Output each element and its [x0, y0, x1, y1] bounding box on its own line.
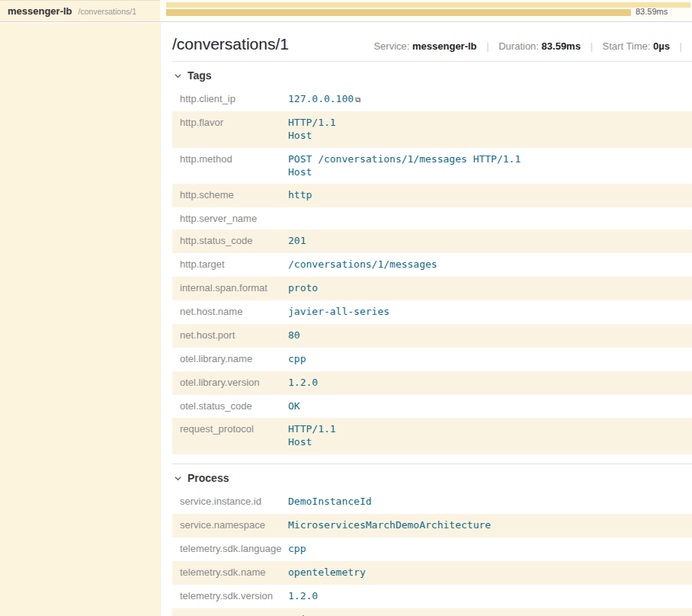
span-detail-panel: /conversations/1 Service: messenger-lb |…: [160, 23, 692, 616]
process-table: service.instance.id DemoInstanceId servi…: [172, 490, 692, 616]
tag-key: internal.span.format: [180, 282, 288, 295]
tag-key: http.method: [180, 153, 288, 179]
table-row: webengine.name Nginx: [172, 608, 692, 616]
process-value: DemoInstanceId: [288, 496, 372, 509]
process-value: MicroservicesMarchDemoArchitecture: [288, 519, 491, 532]
tag-key: otel.status_code: [180, 400, 288, 413]
duration-value: 83.59ms: [542, 40, 581, 52]
tag-key: request_protocol: [180, 423, 288, 449]
process-section: Process service.instance.id DemoInstance…: [172, 464, 692, 616]
timeline-minimap-bar: [166, 2, 690, 8]
process-section-label: Process: [187, 472, 229, 484]
table-row: telemetry.sdk.version 1.2.0: [172, 585, 692, 608]
tag-value: cpp: [288, 353, 306, 366]
chevron-down-icon: [174, 474, 182, 483]
table-row: otel.library.version 1.2.0: [172, 371, 692, 395]
start-time-label: Start Time:: [603, 40, 651, 52]
process-value: cpp: [288, 543, 306, 556]
service-label: Service:: [373, 40, 409, 52]
tag-value: POST /conversations/1/messages HTTP/1.1 …: [288, 153, 521, 179]
table-row: http.client_ip 127.0.0.100⧉: [172, 88, 692, 111]
table-row: request_protocol HTTP/1.1 Host: [172, 418, 692, 454]
span-duration-bar: [166, 9, 631, 16]
span-list-panel: [0, 23, 160, 616]
meta-separator: |: [486, 40, 489, 52]
table-row: http.target /conversations/1/messages: [172, 253, 692, 277]
tag-key: http.flavor: [180, 117, 288, 143]
start-time-value: 0µs: [653, 40, 670, 52]
tag-value: 1.2.0: [288, 377, 318, 390]
tags-section-toggle[interactable]: Tags: [172, 62, 692, 88]
page-title: /conversations/1: [172, 35, 289, 53]
tag-value: 80: [288, 329, 300, 342]
process-key: telemetry.sdk.version: [180, 590, 288, 603]
tag-key: http.scheme: [180, 189, 288, 202]
meta-separator: |: [591, 40, 593, 52]
duration-label: Duration:: [498, 40, 539, 52]
operation-name: /conversations/1: [78, 7, 136, 16]
process-key: telemetry.sdk.language: [180, 543, 288, 556]
chevron-down-icon: [174, 72, 182, 80]
tag-value: /conversations/1/messages: [288, 258, 437, 271]
process-value: 1.2.0: [288, 590, 318, 603]
tag-key: http.target: [180, 258, 288, 271]
table-row: internal.span.format proto: [172, 277, 692, 300]
table-row: telemetry.sdk.name opentelemetry: [172, 561, 692, 585]
copy-icon[interactable]: ⧉: [355, 95, 360, 104]
service-name: messenger-lb: [8, 5, 72, 17]
detail-header: /conversations/1 Service: messenger-lb |…: [172, 23, 692, 62]
table-row: http.flavor HTTP/1.1 Host: [172, 111, 692, 148]
tag-key: otel.library.version: [180, 377, 288, 390]
tag-key: http.client_ip: [180, 93, 288, 106]
tag-key: otel.library.name: [180, 353, 288, 366]
table-row: http.status_code 201: [172, 229, 692, 253]
table-row: otel.status_code OK: [172, 395, 692, 419]
tag-value: HTTP/1.1 Host: [288, 117, 336, 143]
process-key: service.namespace: [180, 519, 288, 532]
tag-value: 127.0.0.100⧉: [288, 93, 360, 106]
table-row: http.scheme http: [172, 184, 692, 207]
tag-value-text: 127.0.0.100: [288, 93, 354, 104]
process-section-toggle[interactable]: Process: [172, 464, 692, 490]
table-row: service.namespace MicroservicesMarchDemo…: [172, 514, 692, 537]
tag-value: javier-all-series: [288, 306, 389, 319]
tags-table: http.client_ip 127.0.0.100⧉ http.flavor …: [172, 88, 692, 454]
tag-key: http.server_name: [180, 213, 288, 224]
span-duration-label: 83.59ms: [636, 7, 668, 16]
span-row[interactable]: messenger-lb /conversations/1 83.59ms: [0, 0, 692, 22]
table-row: http.method POST /conversations/1/messag…: [172, 148, 692, 184]
table-row: service.instance.id DemoInstanceId: [172, 490, 692, 514]
process-key: service.instance.id: [180, 496, 288, 509]
tag-value: http: [288, 189, 312, 202]
table-row: net.host.name javier-all-series: [172, 300, 692, 324]
tag-key: net.host.name: [180, 306, 288, 319]
span-timeline[interactable]: 83.59ms: [160, 0, 692, 21]
tag-value: 201: [288, 235, 306, 248]
tags-section-label: Tags: [187, 69, 212, 82]
tag-value: proto: [288, 282, 318, 295]
table-row: http.server_name: [172, 207, 692, 229]
detail-meta: Service: messenger-lb | Duration: 83.59m…: [373, 40, 689, 52]
tag-key: http.status_code: [180, 235, 288, 248]
tag-value: HTTP/1.1 Host: [288, 423, 336, 449]
table-row: net.host.port 80: [172, 324, 692, 348]
table-row: telemetry.sdk.language cpp: [172, 537, 692, 561]
service-value: messenger-lb: [412, 40, 477, 52]
table-row: otel.library.name cpp: [172, 348, 692, 371]
tag-value: OK: [288, 400, 300, 413]
span-name-column[interactable]: messenger-lb /conversations/1: [0, 0, 160, 21]
process-key: telemetry.sdk.name: [180, 566, 288, 579]
meta-separator: |: [680, 40, 682, 52]
process-value: opentelemetry: [288, 566, 366, 579]
tag-key: net.host.port: [180, 329, 288, 342]
